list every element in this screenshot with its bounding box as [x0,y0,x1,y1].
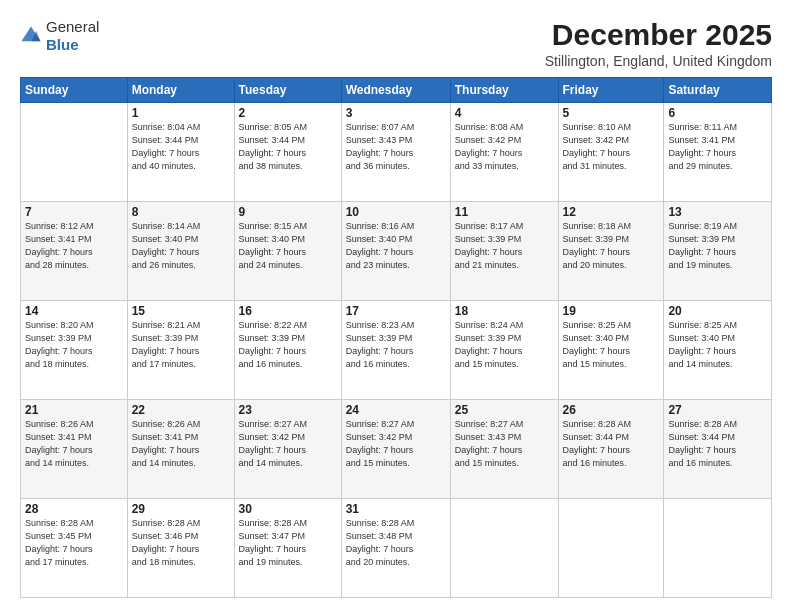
day-info: Sunrise: 8:28 AM Sunset: 3:47 PM Dayligh… [239,517,337,569]
calendar-cell: 17Sunrise: 8:23 AM Sunset: 3:39 PM Dayli… [341,301,450,400]
day-info: Sunrise: 8:28 AM Sunset: 3:46 PM Dayligh… [132,517,230,569]
calendar-week-2: 7Sunrise: 8:12 AM Sunset: 3:41 PM Daylig… [21,202,772,301]
calendar-cell: 8Sunrise: 8:14 AM Sunset: 3:40 PM Daylig… [127,202,234,301]
day-number: 27 [668,403,767,417]
day-header-thursday: Thursday [450,78,558,103]
calendar-cell: 16Sunrise: 8:22 AM Sunset: 3:39 PM Dayli… [234,301,341,400]
day-info: Sunrise: 8:07 AM Sunset: 3:43 PM Dayligh… [346,121,446,173]
day-number: 28 [25,502,123,516]
day-info: Sunrise: 8:26 AM Sunset: 3:41 PM Dayligh… [25,418,123,470]
day-number: 4 [455,106,554,120]
day-number: 7 [25,205,123,219]
calendar: SundayMondayTuesdayWednesdayThursdayFrid… [20,77,772,598]
day-number: 20 [668,304,767,318]
day-header-tuesday: Tuesday [234,78,341,103]
calendar-cell: 3Sunrise: 8:07 AM Sunset: 3:43 PM Daylig… [341,103,450,202]
day-number: 14 [25,304,123,318]
day-info: Sunrise: 8:28 AM Sunset: 3:44 PM Dayligh… [668,418,767,470]
calendar-cell: 19Sunrise: 8:25 AM Sunset: 3:40 PM Dayli… [558,301,664,400]
calendar-cell: 26Sunrise: 8:28 AM Sunset: 3:44 PM Dayli… [558,400,664,499]
calendar-cell: 2Sunrise: 8:05 AM Sunset: 3:44 PM Daylig… [234,103,341,202]
day-info: Sunrise: 8:28 AM Sunset: 3:48 PM Dayligh… [346,517,446,569]
day-number: 24 [346,403,446,417]
calendar-cell: 25Sunrise: 8:27 AM Sunset: 3:43 PM Dayli… [450,400,558,499]
calendar-cell: 29Sunrise: 8:28 AM Sunset: 3:46 PM Dayli… [127,499,234,598]
day-number: 12 [563,205,660,219]
day-header-wednesday: Wednesday [341,78,450,103]
day-info: Sunrise: 8:11 AM Sunset: 3:41 PM Dayligh… [668,121,767,173]
day-info: Sunrise: 8:27 AM Sunset: 3:42 PM Dayligh… [239,418,337,470]
day-info: Sunrise: 8:19 AM Sunset: 3:39 PM Dayligh… [668,220,767,272]
day-info: Sunrise: 8:10 AM Sunset: 3:42 PM Dayligh… [563,121,660,173]
day-number: 9 [239,205,337,219]
day-info: Sunrise: 8:18 AM Sunset: 3:39 PM Dayligh… [563,220,660,272]
day-number: 26 [563,403,660,417]
calendar-cell: 1Sunrise: 8:04 AM Sunset: 3:44 PM Daylig… [127,103,234,202]
day-header-monday: Monday [127,78,234,103]
calendar-cell [21,103,128,202]
day-number: 10 [346,205,446,219]
day-info: Sunrise: 8:12 AM Sunset: 3:41 PM Dayligh… [25,220,123,272]
calendar-cell: 12Sunrise: 8:18 AM Sunset: 3:39 PM Dayli… [558,202,664,301]
calendar-cell: 20Sunrise: 8:25 AM Sunset: 3:40 PM Dayli… [664,301,772,400]
calendar-cell: 15Sunrise: 8:21 AM Sunset: 3:39 PM Dayli… [127,301,234,400]
calendar-cell: 28Sunrise: 8:28 AM Sunset: 3:45 PM Dayli… [21,499,128,598]
day-number: 29 [132,502,230,516]
day-info: Sunrise: 8:16 AM Sunset: 3:40 PM Dayligh… [346,220,446,272]
calendar-cell: 30Sunrise: 8:28 AM Sunset: 3:47 PM Dayli… [234,499,341,598]
day-info: Sunrise: 8:25 AM Sunset: 3:40 PM Dayligh… [668,319,767,371]
day-info: Sunrise: 8:27 AM Sunset: 3:42 PM Dayligh… [346,418,446,470]
day-info: Sunrise: 8:25 AM Sunset: 3:40 PM Dayligh… [563,319,660,371]
calendar-cell [450,499,558,598]
calendar-week-5: 28Sunrise: 8:28 AM Sunset: 3:45 PM Dayli… [21,499,772,598]
day-number: 22 [132,403,230,417]
day-number: 8 [132,205,230,219]
header: General Blue December 2025 Stillington, … [20,18,772,69]
day-number: 11 [455,205,554,219]
day-info: Sunrise: 8:22 AM Sunset: 3:39 PM Dayligh… [239,319,337,371]
day-number: 31 [346,502,446,516]
calendar-cell [664,499,772,598]
day-number: 25 [455,403,554,417]
calendar-cell: 4Sunrise: 8:08 AM Sunset: 3:42 PM Daylig… [450,103,558,202]
day-info: Sunrise: 8:27 AM Sunset: 3:43 PM Dayligh… [455,418,554,470]
calendar-cell: 10Sunrise: 8:16 AM Sunset: 3:40 PM Dayli… [341,202,450,301]
calendar-cell: 6Sunrise: 8:11 AM Sunset: 3:41 PM Daylig… [664,103,772,202]
day-info: Sunrise: 8:28 AM Sunset: 3:45 PM Dayligh… [25,517,123,569]
day-number: 15 [132,304,230,318]
day-info: Sunrise: 8:26 AM Sunset: 3:41 PM Dayligh… [132,418,230,470]
calendar-cell: 5Sunrise: 8:10 AM Sunset: 3:42 PM Daylig… [558,103,664,202]
calendar-cell: 22Sunrise: 8:26 AM Sunset: 3:41 PM Dayli… [127,400,234,499]
day-info: Sunrise: 8:20 AM Sunset: 3:39 PM Dayligh… [25,319,123,371]
day-number: 6 [668,106,767,120]
logo: General Blue [20,18,99,54]
day-info: Sunrise: 8:17 AM Sunset: 3:39 PM Dayligh… [455,220,554,272]
day-header-sunday: Sunday [21,78,128,103]
day-number: 18 [455,304,554,318]
calendar-cell: 31Sunrise: 8:28 AM Sunset: 3:48 PM Dayli… [341,499,450,598]
day-number: 30 [239,502,337,516]
location: Stillington, England, United Kingdom [545,53,772,69]
day-number: 2 [239,106,337,120]
day-number: 23 [239,403,337,417]
day-header-saturday: Saturday [664,78,772,103]
calendar-cell: 18Sunrise: 8:24 AM Sunset: 3:39 PM Dayli… [450,301,558,400]
calendar-week-4: 21Sunrise: 8:26 AM Sunset: 3:41 PM Dayli… [21,400,772,499]
calendar-cell: 21Sunrise: 8:26 AM Sunset: 3:41 PM Dayli… [21,400,128,499]
day-info: Sunrise: 8:23 AM Sunset: 3:39 PM Dayligh… [346,319,446,371]
calendar-cell: 13Sunrise: 8:19 AM Sunset: 3:39 PM Dayli… [664,202,772,301]
day-number: 19 [563,304,660,318]
day-info: Sunrise: 8:21 AM Sunset: 3:39 PM Dayligh… [132,319,230,371]
logo-text: General Blue [46,18,99,54]
day-number: 5 [563,106,660,120]
logo-general: General [46,18,99,35]
day-number: 3 [346,106,446,120]
day-number: 13 [668,205,767,219]
month-title: December 2025 [545,18,772,51]
day-info: Sunrise: 8:08 AM Sunset: 3:42 PM Dayligh… [455,121,554,173]
day-number: 21 [25,403,123,417]
day-info: Sunrise: 8:28 AM Sunset: 3:44 PM Dayligh… [563,418,660,470]
calendar-cell: 7Sunrise: 8:12 AM Sunset: 3:41 PM Daylig… [21,202,128,301]
page: General Blue December 2025 Stillington, … [0,0,792,612]
calendar-cell: 24Sunrise: 8:27 AM Sunset: 3:42 PM Dayli… [341,400,450,499]
